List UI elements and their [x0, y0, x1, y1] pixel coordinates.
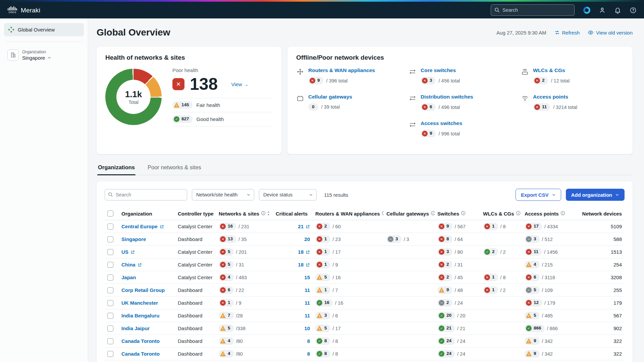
- org-name: Singapore: [22, 55, 45, 61]
- row-checkbox[interactable]: [107, 224, 113, 230]
- column-header[interactable]: Network devices: [573, 207, 625, 220]
- row-checkbox[interactable]: [107, 287, 113, 293]
- critical-alerts-link[interactable]: 10: [304, 325, 310, 331]
- critical-alerts-link[interactable]: 8: [307, 351, 310, 357]
- help-icon[interactable]: [629, 6, 637, 14]
- info-icon[interactable]: [516, 211, 521, 216]
- external-link-icon[interactable]: [138, 263, 142, 267]
- critical-icon: ✕: [439, 249, 444, 255]
- add-organization-button[interactable]: Add organization: [566, 189, 625, 201]
- org-link[interactable]: India Jaipur: [121, 325, 150, 331]
- row-checkbox[interactable]: [107, 325, 113, 331]
- search-input[interactable]: [491, 4, 575, 16]
- column-header[interactable]: WLCs & CGs: [480, 207, 522, 220]
- row-checkbox[interactable]: [107, 300, 113, 306]
- column-header[interactable]: Routers & WAN appliances: [313, 207, 384, 220]
- row-checkbox[interactable]: [107, 338, 113, 344]
- column-header[interactable]: Controller type: [175, 207, 216, 220]
- wlcs-cgs-cell: ✕1/ 8: [480, 220, 522, 233]
- sort-icon[interactable]: [267, 211, 270, 216]
- org-link[interactable]: Central Europe: [121, 224, 158, 229]
- device-category-link[interactable]: Cellular gateways: [308, 94, 352, 100]
- org-selector[interactable]: Organization Singapore: [4, 47, 84, 63]
- device-category-link[interactable]: Routers & WAN appliances: [308, 67, 375, 73]
- critical-alerts-link[interactable]: 11: [305, 287, 310, 293]
- select-all-checkbox[interactable]: [107, 210, 113, 217]
- column-header[interactable]: Switches: [435, 207, 480, 220]
- org-link[interactable]: Corp Retail Group: [121, 287, 165, 293]
- warning-icon: !: [317, 313, 322, 318]
- refresh-button[interactable]: Refresh: [554, 30, 580, 36]
- device-category-link[interactable]: WLCs & CGs: [533, 67, 565, 73]
- chevron-down-icon: [309, 193, 313, 197]
- row-checkbox[interactable]: [107, 275, 113, 281]
- info-icon[interactable]: [431, 211, 435, 216]
- table-search: [105, 189, 187, 200]
- controller-type: Dashboard: [175, 233, 216, 246]
- column-header[interactable]: Cellular gateways: [384, 207, 435, 220]
- column-header[interactable]: Organization: [119, 207, 175, 220]
- column-header[interactable]: Critical alerts: [273, 207, 313, 220]
- cisco-meraki-logo[interactable]: cisco Meraki: [7, 6, 40, 14]
- column-header[interactable]: Networks & sites: [216, 207, 273, 220]
- device-category-link[interactable]: Distribution switches: [421, 94, 473, 100]
- org-row: India JaipurDashboard!5/33810!5/ 17✓21/ …: [105, 322, 625, 335]
- org-link[interactable]: India Bengaluru: [121, 313, 159, 318]
- device-category-link[interactable]: Core switches: [421, 67, 456, 73]
- org-link[interactable]: Japan: [121, 275, 136, 280]
- device-status-filter[interactable]: Device status: [259, 189, 317, 200]
- external-link-icon[interactable]: [306, 250, 310, 254]
- view-poor-health-link[interactable]: View →: [231, 81, 248, 87]
- usage-donut-icon[interactable]: [583, 7, 590, 14]
- device-category-link[interactable]: Access switches: [421, 120, 462, 126]
- view-old-version-link[interactable]: View old version: [588, 29, 633, 36]
- notifications-bell-icon[interactable]: [614, 6, 621, 14]
- external-link-icon[interactable]: [130, 250, 135, 254]
- info-icon[interactable]: [261, 211, 266, 216]
- metric-total: /338: [236, 326, 246, 331]
- sidebar-item-global-overview[interactable]: Global Overview: [4, 23, 84, 36]
- org-link[interactable]: UK Manchester: [121, 300, 158, 306]
- org-link[interactable]: Canada Toronto: [121, 351, 160, 357]
- critical-alerts-link[interactable]: 15: [304, 275, 310, 280]
- device-total: / 496 total: [439, 105, 460, 110]
- critical-icon: ✕: [422, 78, 428, 83]
- critical-alerts-link[interactable]: 21: [298, 224, 304, 229]
- info-icon[interactable]: [461, 211, 466, 216]
- critical-alerts-link[interactable]: 18: [298, 262, 304, 267]
- column-header[interactable]: Access points: [522, 207, 573, 220]
- account-icon[interactable]: [598, 6, 606, 14]
- critical-alerts-cell: 11: [273, 297, 313, 309]
- row-checkbox[interactable]: [107, 313, 113, 319]
- row-checkbox[interactable]: [107, 236, 113, 242]
- device-category-link[interactable]: Access points: [533, 94, 568, 100]
- metric-total: / 31: [455, 262, 463, 267]
- export-csv-button[interactable]: Export CSV: [516, 189, 561, 201]
- org-link[interactable]: Singapore: [121, 236, 146, 242]
- tab-poor-networks-sites[interactable]: Poor networks & sites: [147, 164, 202, 175]
- tab-organizations[interactable]: Organizations: [97, 164, 136, 175]
- external-link-icon[interactable]: [160, 225, 164, 229]
- critical-alerts-link[interactable]: 11: [305, 300, 310, 306]
- critical-alerts-link[interactable]: 18: [298, 249, 304, 255]
- org-link[interactable]: US: [121, 249, 128, 255]
- info-icon[interactable]: [382, 211, 384, 216]
- routers-wan-cell: ✓8/ 8: [313, 348, 384, 360]
- external-link-icon[interactable]: [306, 225, 310, 229]
- access-point-icon: [521, 94, 529, 111]
- external-link-icon[interactable]: [306, 263, 310, 267]
- critical-alerts-link[interactable]: 11: [305, 313, 310, 318]
- org-link[interactable]: Canada Toronto: [121, 338, 160, 344]
- row-checkbox[interactable]: [107, 262, 113, 268]
- status-badge: ✕17: [525, 223, 542, 230]
- status-badge: ✕9: [421, 130, 436, 137]
- org-link[interactable]: China: [121, 262, 136, 267]
- table-search-input[interactable]: [105, 189, 187, 200]
- cellular-gateways-cell: [384, 284, 435, 297]
- row-checkbox[interactable]: [107, 249, 113, 255]
- network-site-health-filter[interactable]: Network/site health: [192, 189, 254, 200]
- row-checkbox[interactable]: [107, 351, 113, 357]
- critical-alerts-link[interactable]: 8: [307, 338, 310, 344]
- info-icon[interactable]: [560, 211, 565, 216]
- critical-alerts-link[interactable]: 20: [304, 236, 310, 242]
